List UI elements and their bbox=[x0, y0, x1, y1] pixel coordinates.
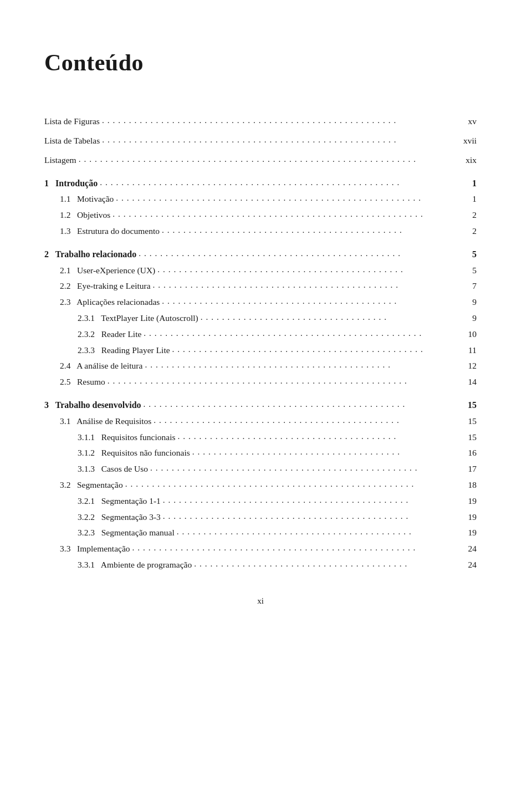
toc-page: 15 bbox=[460, 398, 477, 412]
toc-dots: . . . . . . . . . . . . . . . . . . . . … bbox=[162, 223, 458, 237]
toc-label: 2.3.1 TextPlayer Lite (Autoscroll) bbox=[44, 312, 198, 325]
toc-page: 24 bbox=[460, 542, 477, 556]
toc-label: 3.1.2 Requisitos não funcionais bbox=[44, 446, 190, 460]
toc-label: 2.3.3 Reading Player Lite bbox=[44, 344, 170, 358]
toc-page: 1 bbox=[460, 176, 477, 191]
toc-label: 3.1.3 Casos de Uso bbox=[44, 462, 148, 476]
toc-item-sec2-3-2[interactable]: 2.3.2 Reader Lite . . . . . . . . . . . … bbox=[44, 328, 477, 341]
toc-page: 15 bbox=[460, 415, 477, 428]
toc-dots: . . . . . . . . . . . . . . . . . . . . … bbox=[162, 294, 458, 308]
toc-item-sec2-3-3[interactable]: 2.3.3 Reading Player Lite . . . . . . . … bbox=[44, 344, 477, 358]
toc-dots: . . . . . . . . . . . . . . . . . . . . … bbox=[144, 326, 458, 340]
toc-dots: . . . . . . . . . . . . . . . . . . . . … bbox=[145, 358, 458, 372]
toc-page: xv bbox=[460, 115, 477, 129]
toc-dots: . . . . . . . . . . . . . . . . . . . . … bbox=[163, 509, 458, 523]
toc-page: 18 bbox=[460, 478, 477, 492]
toc-dots: . . . . . . . . . . . . . . . . . . . . … bbox=[194, 557, 458, 571]
toc-item-sec1-1[interactable]: 1.1 Motivação . . . . . . . . . . . . . … bbox=[44, 192, 477, 206]
toc-page: 9 bbox=[460, 312, 477, 325]
toc-dots: . . . . . . . . . . . . . . . . . . . . … bbox=[139, 247, 458, 261]
toc-item-sec3-3-1[interactable]: 3.3.1 Ambiente de programação . . . . . … bbox=[44, 558, 477, 572]
toc-page: 5 bbox=[460, 247, 477, 262]
toc-item-listagem[interactable]: Listagem . . . . . . . . . . . . . . . .… bbox=[44, 154, 477, 167]
toc-page: 1 bbox=[460, 192, 477, 206]
toc-item-sec3-3[interactable]: 3.3 Implementação . . . . . . . . . . . … bbox=[44, 542, 477, 556]
toc-page: 2 bbox=[460, 224, 477, 238]
toc-page: 12 bbox=[460, 359, 477, 373]
page-number: xi bbox=[257, 596, 264, 605]
toc-item-sec2-5[interactable]: 2.5 Resumo . . . . . . . . . . . . . . .… bbox=[44, 375, 477, 389]
toc-dots: . . . . . . . . . . . . . . . . . . . . … bbox=[100, 176, 458, 190]
toc-dots: . . . . . . . . . . . . . . . . . . . . … bbox=[192, 445, 458, 459]
toc-item-cap2[interactable]: 2 Trabalho relacionado . . . . . . . . .… bbox=[44, 247, 477, 262]
toc-dots: . . . . . . . . . . . . . . . . . . . . … bbox=[150, 461, 458, 475]
toc-dots: . . . . . . . . . . . . . . . . . . . . … bbox=[177, 525, 458, 539]
toc-page: 16 bbox=[460, 446, 477, 460]
toc-page: 17 bbox=[460, 462, 477, 476]
toc-item-sec3-1-1[interactable]: 3.1.1 Requisitos funcionais . . . . . . … bbox=[44, 431, 477, 445]
toc-dots: . . . . . . . . . . . . . . . . . . . . … bbox=[102, 114, 458, 127]
toc-dots: . . . . . . . . . . . . . . . . . . . . … bbox=[102, 133, 458, 147]
toc-page: xix bbox=[460, 154, 477, 167]
toc-label: 3.1.1 Requisitos funcionais bbox=[44, 431, 176, 445]
toc-label: 2.4 A análise de leitura bbox=[44, 359, 142, 373]
toc-dots: . . . . . . . . . . . . . . . . . . . . … bbox=[157, 263, 458, 277]
toc-dots: . . . . . . . . . . . . . . . . . . . . … bbox=[153, 278, 458, 292]
toc-label: 1.1 Motivação bbox=[44, 192, 114, 206]
toc-item-sec3-2[interactable]: 3.2 Segmentação . . . . . . . . . . . . … bbox=[44, 478, 477, 492]
toc-label: 3.2.3 Segmentação manual bbox=[44, 526, 175, 540]
toc-page: 19 bbox=[460, 526, 477, 540]
toc-item-cap1[interactable]: 1 Introdução . . . . . . . . . . . . . .… bbox=[44, 176, 477, 191]
toc-label: 2.3 Aplicações relacionadas bbox=[44, 295, 160, 309]
page-title: Conteúdo bbox=[44, 44, 477, 81]
toc-label: 3.3 Implementação bbox=[44, 542, 130, 556]
toc-label: 2.1 User-eXperience (UX) bbox=[44, 264, 155, 278]
toc-page: 19 bbox=[460, 511, 477, 524]
toc-dots: . . . . . . . . . . . . . . . . . . . . … bbox=[132, 541, 458, 555]
toc-dots: . . . . . . . . . . . . . . . . . . . . … bbox=[163, 493, 458, 507]
toc-dots: . . . . . . . . . . . . . . . . . . . . … bbox=[154, 414, 458, 427]
toc-label: 3.2 Segmentação bbox=[44, 478, 123, 492]
toc-item-sec2-4[interactable]: 2.4 A análise de leitura . . . . . . . .… bbox=[44, 359, 477, 373]
toc-page: 14 bbox=[460, 375, 477, 389]
toc-item-sec2-3-1[interactable]: 2.3.1 TextPlayer Lite (Autoscroll) . . .… bbox=[44, 312, 477, 325]
toc-page: 19 bbox=[460, 494, 477, 508]
toc-label: 2 Trabalho relacionado bbox=[44, 247, 136, 262]
toc-page: 9 bbox=[460, 295, 477, 309]
toc-item-lista-figuras[interactable]: Lista de Figuras . . . . . . . . . . . .… bbox=[44, 115, 477, 129]
toc-item-sec2-2[interactable]: 2.2 Eye-traking e Leitura . . . . . . . … bbox=[44, 279, 477, 293]
toc-label: 2.3.2 Reader Lite bbox=[44, 328, 141, 341]
toc-label: 3.3.1 Ambiente de programação bbox=[44, 558, 192, 572]
toc-page: 10 bbox=[460, 328, 477, 341]
page-footer: xi bbox=[44, 594, 477, 608]
toc-label: 2.2 Eye-traking e Leitura bbox=[44, 279, 151, 293]
toc-item-sec2-1[interactable]: 2.1 User-eXperience (UX) . . . . . . . .… bbox=[44, 264, 477, 278]
toc-label: Listagem bbox=[44, 154, 76, 167]
toc-dots: . . . . . . . . . . . . . . . . . . . . … bbox=[112, 207, 458, 221]
toc-item-sec1-2[interactable]: 1.2 Objetivos . . . . . . . . . . . . . … bbox=[44, 208, 477, 222]
toc-label: 1.3 Estrutura do documento bbox=[44, 224, 160, 238]
toc-item-sec3-1-2[interactable]: 3.1.2 Requisitos não funcionais . . . . … bbox=[44, 446, 477, 460]
table-of-contents: Lista de Figuras . . . . . . . . . . . .… bbox=[44, 115, 477, 572]
toc-dots: . . . . . . . . . . . . . . . . . . . . … bbox=[201, 310, 458, 324]
toc-label: Lista de Tabelas bbox=[44, 134, 100, 148]
toc-item-sec2-3[interactable]: 2.3 Aplicações relacionadas . . . . . . … bbox=[44, 295, 477, 309]
toc-item-sec3-1-3[interactable]: 3.1.3 Casos de Uso . . . . . . . . . . .… bbox=[44, 462, 477, 476]
toc-label: 3.1 Análise de Requisitos bbox=[44, 415, 151, 428]
toc-dots: . . . . . . . . . . . . . . . . . . . . … bbox=[116, 191, 458, 205]
toc-dots: . . . . . . . . . . . . . . . . . . . . … bbox=[172, 343, 458, 356]
toc-label: 3.2.1 Segmentação 1-1 bbox=[44, 494, 161, 508]
toc-item-sec3-2-1[interactable]: 3.2.1 Segmentação 1-1 . . . . . . . . . … bbox=[44, 494, 477, 508]
toc-page: 2 bbox=[460, 208, 477, 222]
toc-item-lista-tabelas[interactable]: Lista de Tabelas . . . . . . . . . . . .… bbox=[44, 134, 477, 148]
toc-item-sec3-2-2[interactable]: 3.2.2 Segmentação 3-3 . . . . . . . . . … bbox=[44, 511, 477, 524]
toc-item-sec3-1[interactable]: 3.1 Análise de Requisitos . . . . . . . … bbox=[44, 415, 477, 428]
toc-page: 7 bbox=[460, 279, 477, 293]
toc-page: 15 bbox=[460, 431, 477, 445]
toc-item-sec1-3[interactable]: 1.3 Estrutura do documento . . . . . . .… bbox=[44, 224, 477, 238]
toc-dots: . . . . . . . . . . . . . . . . . . . . … bbox=[178, 430, 458, 443]
toc-dots: . . . . . . . . . . . . . . . . . . . . … bbox=[144, 397, 458, 411]
toc-page: 5 bbox=[460, 264, 477, 278]
toc-item-sec3-2-3[interactable]: 3.2.3 Segmentação manual . . . . . . . .… bbox=[44, 526, 477, 540]
toc-item-cap3[interactable]: 3 Trabalho desenvolvido . . . . . . . . … bbox=[44, 398, 477, 412]
